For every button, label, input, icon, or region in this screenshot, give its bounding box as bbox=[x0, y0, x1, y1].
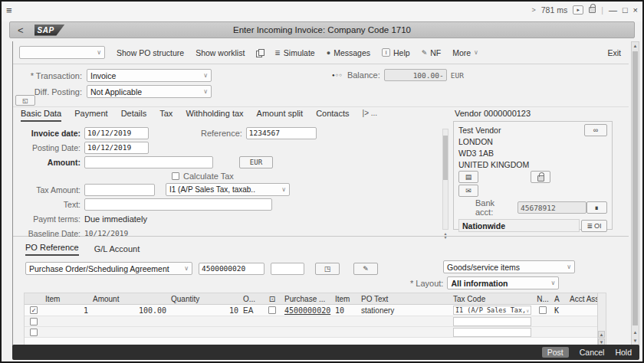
open-items-button[interactable]: ≣ OI bbox=[581, 220, 607, 232]
col-a[interactable]: A bbox=[552, 295, 567, 303]
scroll-up-icon[interactable]: ▲ bbox=[632, 42, 639, 50]
layout-select[interactable]: All information ∨ bbox=[447, 276, 559, 289]
bank-acct-label: Bank acct: bbox=[475, 198, 514, 217]
hamburger-menu-icon[interactable]: ≡ bbox=[6, 5, 12, 16]
tab-payment[interactable]: Payment bbox=[74, 109, 107, 122]
cell-tax-code-select[interactable]: I1 (A/P Sales Tax, .. ∨ bbox=[453, 306, 531, 315]
cell-purchase-order-link[interactable]: 4500000020 bbox=[282, 306, 333, 315]
vendor-lock-button[interactable] bbox=[531, 171, 550, 183]
row-n-checkbox[interactable] bbox=[539, 306, 547, 314]
balance-currency: EUR bbox=[451, 71, 464, 80]
posting-date-field[interactable]: 10/12/2019 bbox=[84, 142, 149, 154]
scroll-up-icon[interactable]: ▲ bbox=[632, 329, 639, 336]
po-category-select[interactable]: Purchase Order/Scheduling Agreement ∨ bbox=[25, 262, 192, 275]
nf-button[interactable]: ✎ NF bbox=[422, 48, 442, 57]
calculate-tax-checkbox[interactable] bbox=[172, 172, 179, 180]
tab-contacts[interactable]: Contacts bbox=[316, 109, 349, 122]
tab-basic-data[interactable]: Basic Data bbox=[21, 109, 61, 122]
po-detail-button[interactable]: ◳ bbox=[315, 263, 340, 275]
row-select-checkbox[interactable] bbox=[30, 329, 38, 336]
show-worklist-button[interactable]: Show worklist bbox=[196, 48, 245, 57]
play-icon[interactable]: ▸ bbox=[573, 5, 583, 15]
minimize-button[interactable]: — bbox=[609, 5, 617, 15]
table-row-empty[interactable] bbox=[25, 316, 606, 327]
row-select-checkbox[interactable]: ✓ bbox=[30, 306, 38, 314]
hold-button[interactable]: Hold bbox=[615, 348, 632, 357]
po-adopt-button[interactable]: ✎ bbox=[353, 263, 378, 275]
maximize-button[interactable]: □ bbox=[623, 5, 628, 15]
row-flag-checkbox[interactable] bbox=[268, 306, 276, 314]
cell-tax-code-select[interactable] bbox=[453, 328, 531, 337]
cancel-button[interactable]: Cancel bbox=[580, 348, 605, 357]
scroll-up-icon[interactable]: ▲ bbox=[598, 331, 605, 338]
tab-gl-account[interactable]: G/L Account bbox=[94, 244, 140, 256]
row-select-checkbox[interactable] bbox=[30, 318, 38, 325]
goods-service-select[interactable]: Goods/service items ∨ bbox=[443, 260, 575, 273]
table-scrollbar[interactable]: ▲ ▼ bbox=[597, 293, 606, 346]
main-scrollbar[interactable]: ▲ ▲ ▼ bbox=[631, 41, 639, 346]
table-row[interactable]: ✓ 1 100.00 10 EA 4500000020 10 stationer… bbox=[25, 305, 606, 316]
po-number-field[interactable]: 4500000020 bbox=[199, 263, 264, 275]
transaction-select[interactable]: Invoice ∨ bbox=[87, 69, 212, 82]
form-scrollbar[interactable]: ▲▼ bbox=[442, 129, 449, 230]
tab-po-reference[interactable]: PO Reference bbox=[25, 243, 79, 256]
close-button[interactable]: × bbox=[633, 5, 638, 15]
form-scrollbar-arrows[interactable]: ▲▼ bbox=[442, 232, 449, 240]
mail-button[interactable]: ✉ bbox=[458, 185, 478, 197]
diff-posting-value: Not Applicable bbox=[90, 87, 142, 96]
col-n[interactable]: N... bbox=[534, 295, 552, 303]
col-tax-code[interactable]: Tax Code bbox=[451, 295, 534, 303]
invoice-date-field[interactable]: 10/12/2019 bbox=[84, 127, 149, 139]
messages-button[interactable]: ● Messages bbox=[327, 48, 370, 57]
show-po-structure-button[interactable]: Show PO structure bbox=[117, 48, 184, 57]
tab-overflow-icon[interactable]: |> ... bbox=[363, 109, 378, 122]
col-item[interactable]: Item bbox=[43, 295, 90, 303]
reference-value: 1234567 bbox=[249, 129, 280, 137]
tab-withholding-tax[interactable]: Withholding tax bbox=[186, 109, 243, 122]
display-vendor-button[interactable]: ∞ bbox=[584, 124, 607, 136]
scroll-down-icon[interactable]: ▼ bbox=[632, 337, 639, 345]
help-icon: i bbox=[382, 48, 390, 57]
col-order-unit[interactable]: O... bbox=[241, 295, 262, 303]
collapse-header-button[interactable]: ◱ bbox=[15, 95, 35, 106]
help-button[interactable]: i Help bbox=[382, 48, 410, 57]
command-combobox[interactable]: ∨ bbox=[19, 46, 105, 59]
more-button[interactable]: More ∨ bbox=[452, 48, 478, 57]
diff-posting-select[interactable]: Not Applicable ∨ bbox=[87, 85, 212, 98]
simulate-button[interactable]: ≣ Simulate bbox=[274, 48, 314, 57]
chevron-right-icon[interactable]: > bbox=[531, 6, 535, 14]
bank-details-button[interactable]: ∎ bbox=[586, 201, 607, 214]
table-row-empty[interactable] bbox=[25, 327, 606, 338]
cell-po-item: 10 bbox=[333, 306, 359, 315]
cell-a: K bbox=[552, 306, 567, 315]
exit-button[interactable]: Exit bbox=[607, 48, 621, 57]
check-icon: ✓ bbox=[31, 307, 37, 314]
col-po-item[interactable]: Item bbox=[333, 295, 359, 303]
text-field[interactable] bbox=[84, 198, 272, 211]
mail-icon: ✉ bbox=[465, 187, 472, 195]
address-button[interactable]: ▤ bbox=[458, 171, 478, 183]
amount-field[interactable] bbox=[84, 156, 213, 168]
tab-details[interactable]: Details bbox=[121, 109, 147, 122]
col-purchase[interactable]: Purchase ... bbox=[282, 295, 333, 303]
title-bar: < SAP Enter Incoming Invoice: Company Co… bbox=[9, 21, 635, 38]
col-po-text[interactable]: PO Text bbox=[359, 295, 451, 303]
cell-tax-code-select[interactable] bbox=[453, 317, 531, 326]
flag-column-icon[interactable]: ⊡ bbox=[262, 295, 282, 303]
tax-code-select[interactable]: I1 (A/P Sales Tax, taxab.. ∨ bbox=[166, 183, 290, 196]
tab-tax[interactable]: Tax bbox=[159, 109, 172, 122]
reference-field[interactable]: 1234567 bbox=[246, 127, 317, 139]
copy-button[interactable] bbox=[256, 49, 263, 57]
po-item-field[interactable] bbox=[271, 263, 304, 275]
currency-button[interactable]: EUR bbox=[239, 156, 273, 168]
main-scrollbar-thumb[interactable] bbox=[632, 51, 638, 325]
post-button[interactable]: Post bbox=[542, 347, 569, 358]
response-time: 781 ms bbox=[541, 5, 567, 15]
form-scrollbar-thumb[interactable] bbox=[443, 136, 448, 180]
col-quantity[interactable]: Quantity bbox=[169, 295, 241, 303]
calculate-tax-label: Calculate Tax bbox=[183, 172, 234, 181]
tax-amount-field[interactable] bbox=[84, 184, 155, 196]
col-amount[interactable]: Amount bbox=[90, 295, 169, 303]
tab-amount-split[interactable]: Amount split bbox=[257, 109, 304, 122]
vendor-country: UNITED KINGDOM bbox=[458, 159, 607, 170]
